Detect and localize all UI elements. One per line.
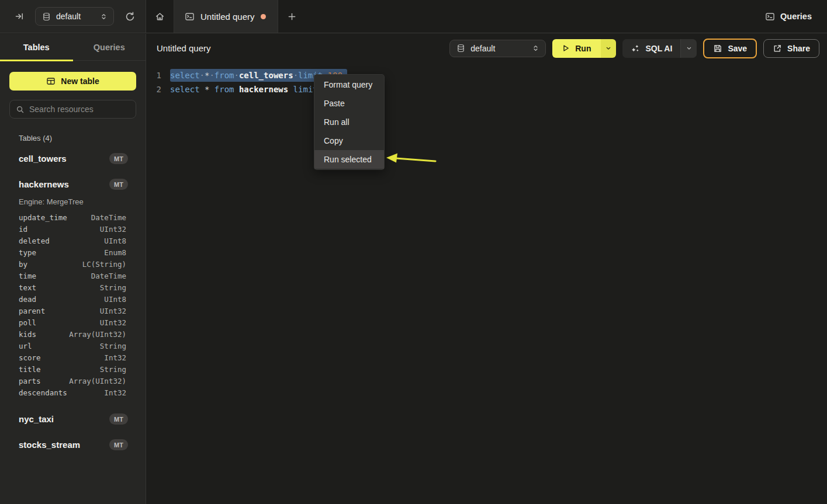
search-input[interactable] xyxy=(29,105,135,114)
column-name: dead xyxy=(19,295,36,304)
engine-badge: MT xyxy=(109,179,128,190)
run-button-label: Run xyxy=(575,44,591,53)
sidebar-tab-queries[interactable]: Queries xyxy=(73,34,146,60)
collapse-right-icon xyxy=(15,12,24,21)
column-name: kids xyxy=(19,330,36,339)
column-row: descendantsInt32 xyxy=(9,387,136,398)
sidebar: Tables Queries New table xyxy=(0,34,146,504)
sql-table-name: hackernews xyxy=(239,85,288,94)
column-type: UInt8 xyxy=(104,295,126,304)
run-button-group: Run xyxy=(552,39,616,58)
query-database-value: default xyxy=(470,44,527,53)
column-row: scoreInt32 xyxy=(9,352,136,363)
new-table-label: New table xyxy=(61,77,99,86)
sidebar-body: New table Tables (4) cell_towers MT hack… xyxy=(0,61,146,454)
sql-keyword: select xyxy=(170,85,200,94)
column-type: DateTime xyxy=(91,272,126,280)
column-row: update_timeDateTime xyxy=(9,211,136,223)
column-type: UInt32 xyxy=(100,307,126,315)
save-button-label: Save xyxy=(728,44,747,53)
sidebar-tab-tables[interactable]: Tables xyxy=(0,34,73,60)
menu-item-copy[interactable]: Copy xyxy=(314,131,384,150)
tables-section-title: Tables (4) xyxy=(19,134,136,142)
column-type: Int32 xyxy=(104,388,126,397)
sidebar-tab-queries-label: Queries xyxy=(94,43,125,52)
column-row: pollUInt32 xyxy=(9,317,136,328)
line-number: 2 xyxy=(152,85,161,94)
query-terminal-icon xyxy=(185,12,195,22)
search-icon xyxy=(16,105,25,114)
column-type: Array(UInt32) xyxy=(69,377,126,385)
selector-chevrons-icon xyxy=(100,13,108,20)
line-number: 1 xyxy=(152,71,161,80)
column-name: parts xyxy=(19,377,41,385)
table-row-cell-towers[interactable]: cell_towers MT xyxy=(9,149,136,168)
sql-ai-button[interactable]: SQL AI xyxy=(622,39,680,58)
topbar-database-selector[interactable]: default xyxy=(35,7,114,26)
table-name: cell_towers xyxy=(19,154,67,164)
column-type: LC(String) xyxy=(82,260,126,269)
editor-context-menu: Format query Paste Run all Copy Run sele… xyxy=(314,74,385,170)
queries-button[interactable]: Queries xyxy=(765,12,812,22)
run-button[interactable]: Run xyxy=(552,39,601,58)
column-type: UInt32 xyxy=(100,225,126,234)
column-row: deadUInt8 xyxy=(9,293,136,305)
home-icon xyxy=(155,12,165,22)
page-title: Untitled query xyxy=(157,43,211,53)
table-row-hackernews[interactable]: hackernews MT xyxy=(9,175,136,194)
column-row: urlString xyxy=(9,340,136,352)
code-line-2[interactable]: 2 select*fromhackernewslimit xyxy=(147,82,827,96)
column-name: deleted xyxy=(19,237,50,245)
app-root: default xyxy=(0,0,827,504)
plus-icon xyxy=(288,12,296,21)
column-name: update_time xyxy=(19,213,67,222)
chevron-down-icon xyxy=(686,45,693,52)
table-icon xyxy=(46,77,56,86)
sql-editor[interactable]: 1 select·*·from·cell_towers·limit·100· 2… xyxy=(147,62,827,96)
table-row-stocks-stream[interactable]: stocks_stream MT xyxy=(9,435,136,454)
column-type: UInt32 xyxy=(100,318,126,327)
sidebar-tabs: Tables Queries xyxy=(0,34,146,61)
column-row: kidsArray(UInt32) xyxy=(9,328,136,340)
column-type: String xyxy=(100,342,126,350)
tab-untitled-query[interactable]: Untitled query xyxy=(174,0,278,33)
share-button[interactable]: Share xyxy=(763,39,819,58)
hackernews-columns-list: update_timeDateTime idUInt32 deletedUInt… xyxy=(9,211,136,398)
column-type: String xyxy=(100,365,126,374)
menu-item-run-all[interactable]: Run all xyxy=(314,113,384,131)
column-row: deletedUInt8 xyxy=(9,235,136,246)
whitespace-dot: · xyxy=(234,71,239,80)
query-controls: default Run xyxy=(449,39,819,58)
table-row-nyc-taxi[interactable]: nyc_taxi MT xyxy=(9,409,136,429)
tab-title: Untitled query xyxy=(200,12,255,22)
sql-keyword: from xyxy=(214,85,234,94)
menu-item-format-query[interactable]: Format query xyxy=(314,75,384,94)
save-button[interactable]: Save xyxy=(703,39,757,58)
column-name: url xyxy=(19,342,32,350)
menu-item-paste[interactable]: Paste xyxy=(314,94,384,113)
column-type: DateTime xyxy=(91,213,126,222)
query-database-selector[interactable]: default xyxy=(449,40,546,57)
refresh-button[interactable] xyxy=(122,9,137,24)
column-name: text xyxy=(19,283,36,292)
topbar-right: Queries xyxy=(765,0,827,33)
column-row: timeDateTime xyxy=(9,270,136,281)
refresh-icon xyxy=(125,12,135,22)
new-tab-button[interactable] xyxy=(278,0,306,33)
engine-badge: MT xyxy=(109,413,128,425)
sql-ai-label: SQL AI xyxy=(645,44,672,53)
database-icon xyxy=(42,12,51,21)
run-options-button[interactable] xyxy=(601,39,616,58)
whitespace-dot: · xyxy=(293,71,298,80)
home-button[interactable] xyxy=(146,0,174,33)
code-line-1[interactable]: 1 select·*·from·cell_towers·limit·100· xyxy=(147,68,827,82)
column-row: byLC(String) xyxy=(9,258,136,270)
sql-operator: * xyxy=(205,85,209,94)
new-table-button[interactable]: New table xyxy=(9,72,136,91)
sql-ai-options-button[interactable] xyxy=(680,39,697,58)
collapse-sidebar-button[interactable] xyxy=(12,9,27,24)
column-name: score xyxy=(19,353,41,362)
column-name: type xyxy=(19,248,36,257)
share-button-label: Share xyxy=(787,44,810,53)
menu-item-run-selected[interactable]: Run selected xyxy=(314,150,384,169)
